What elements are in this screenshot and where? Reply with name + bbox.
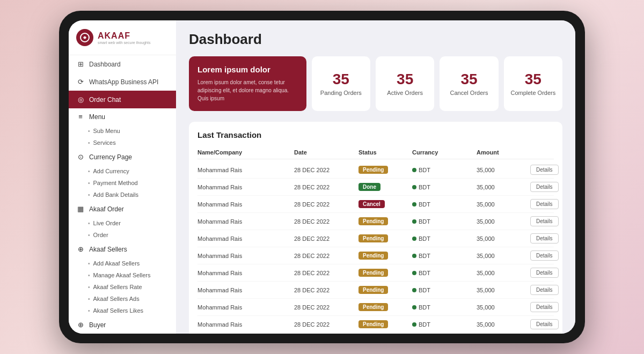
details-button[interactable]: Details xyxy=(530,319,559,329)
row-name: Mohammad Rais xyxy=(197,321,294,328)
col-currency: Currancy xyxy=(412,149,477,156)
details-button[interactable]: Details xyxy=(530,268,559,278)
row-date: 28 DEC 2022 xyxy=(294,321,358,328)
col-amount: Amount xyxy=(477,149,530,156)
row-currency: BDT xyxy=(412,201,477,208)
hero-card: Lorem ipsum dolor Lorem ipsum dolor amet… xyxy=(189,56,306,111)
sidebar-item-dashboard[interactable]: ⊞ Dashboard xyxy=(69,55,176,73)
section-label: Currency Page xyxy=(89,153,132,161)
row-amount: 35,000 xyxy=(477,167,530,173)
stat-label-complete: Complete Orders xyxy=(510,90,555,96)
row-currency: BDT xyxy=(412,270,477,276)
currency-dot xyxy=(412,288,416,292)
sidebar-sub-item-add-akaaf-sellers[interactable]: Add Akaaf Sellers xyxy=(69,257,176,269)
sidebar-section-akaaf-order[interactable]: ▦ Akaaf Order xyxy=(69,201,176,217)
sidebar-sub-item-sub-menu[interactable]: Sub Menu xyxy=(69,125,176,137)
sidebar-sub-item-manage-akaaf-sellers[interactable]: Manage Akaaf Sellers xyxy=(69,269,176,281)
order-chat-icon: ◎ xyxy=(76,95,85,104)
table-row: Mohammad Rais 28 DEC 2022 Pending BDT 35… xyxy=(197,213,554,230)
row-date: 28 DEC 2022 xyxy=(294,253,358,259)
row-name: Mohammad Rais xyxy=(197,287,294,293)
details-button[interactable]: Details xyxy=(530,302,559,312)
row-status: Pending xyxy=(358,234,412,242)
col-name: Name/Company xyxy=(197,149,294,156)
section-label: Menu xyxy=(89,113,105,121)
details-button[interactable]: Details xyxy=(530,233,559,244)
sidebar-sub-item-payment-method[interactable]: Payment Method xyxy=(69,177,176,189)
sidebar-sub-item-services[interactable]: Services xyxy=(69,137,176,149)
sidebar-sub-item-akaaf-sellers-rate[interactable]: Akaaf Sellers Rate xyxy=(69,281,176,293)
whatsapp-icon: ⟳ xyxy=(76,78,85,86)
stats-row: Lorem ipsum dolor Lorem ipsum dolor amet… xyxy=(189,56,562,111)
stat-number-cancel: 35 xyxy=(460,71,477,88)
currency-dot xyxy=(412,168,416,172)
section-label: Buyer xyxy=(89,321,106,329)
sidebar-item-label: Dashboard xyxy=(89,61,121,68)
row-currency: BDT xyxy=(412,167,477,173)
row-action: Details xyxy=(530,233,573,244)
main-content: Dashboard Lorem ipsum dolor Lorem ipsum … xyxy=(176,20,575,334)
sidebar-item-label: WhatsApp Business API xyxy=(89,78,158,86)
details-button[interactable]: Details xyxy=(530,216,559,226)
add-akaaf-sellers-label: Add Akaaf Sellers xyxy=(93,260,140,267)
add-currency-label: Add Currency xyxy=(93,168,129,174)
sidebar-sub-item-akaaf-sellers-ads[interactable]: Akaaf Sellers Ads xyxy=(69,293,176,305)
row-currency: BDT xyxy=(412,321,477,328)
table-row: Mohammad Rais 28 DEC 2022 Pending BDT 35… xyxy=(197,316,554,333)
currency-dot xyxy=(412,305,416,309)
logo-text-area: AKAAF smart web with secure thoughts xyxy=(98,31,150,45)
row-name: Mohammad Rais xyxy=(197,235,294,242)
sidebar: AKAAF smart web with secure thoughts ⊞ D… xyxy=(69,20,176,334)
table-row: Mohammad Rais 28 DEC 2022 Pending BDT 35… xyxy=(197,230,554,247)
details-button[interactable]: Details xyxy=(530,250,559,261)
row-status: Cancel xyxy=(358,200,412,208)
stat-number-complete: 35 xyxy=(525,71,541,88)
sidebar-sub-item-akaaf-sellers-likes[interactable]: Akaaf Sellers Likes xyxy=(69,305,176,316)
currency-dot xyxy=(412,254,416,258)
sub-menu-label: Sub Menu xyxy=(93,128,120,134)
stat-label-cancel: Cancel Orders xyxy=(450,90,488,96)
row-status: Pending xyxy=(358,320,412,328)
details-button[interactable]: Details xyxy=(530,182,559,192)
tablet-frame: AKAAF smart web with secure thoughts ⊞ D… xyxy=(59,11,585,343)
currency-dot xyxy=(412,271,416,275)
akaaf-sellers-likes-label: Akaaf Sellers Likes xyxy=(93,307,144,314)
row-amount: 35,000 xyxy=(477,218,530,225)
sidebar-sub-item-add-currency[interactable]: Add Currency xyxy=(69,165,176,177)
row-amount: 35,000 xyxy=(477,201,530,208)
sidebar-sub-item-manage-buyer[interactable]: Manage Buyer xyxy=(69,333,176,334)
table-header: Name/Company Date Status Currancy Amount xyxy=(197,146,554,159)
details-button[interactable]: Details xyxy=(530,199,559,209)
sidebar-item-order-chat[interactable]: ◎ Order Chat xyxy=(69,91,176,108)
page-title: Dashboard xyxy=(189,31,562,48)
stat-card-cancel: 35 Cancel Orders xyxy=(440,56,498,111)
row-currency: BDT xyxy=(412,253,477,259)
details-button[interactable]: Details xyxy=(530,285,559,295)
row-status: Pending xyxy=(358,252,412,260)
row-date: 28 DEC 2022 xyxy=(294,287,358,293)
logo-tagline: smart web with secure thoughts xyxy=(98,41,150,45)
col-action xyxy=(530,149,573,156)
sidebar-section-buyer[interactable]: ⊕ Buyer xyxy=(69,316,176,333)
sidebar-section-currency[interactable]: ⊙ Currency Page xyxy=(69,149,176,165)
table-row: Mohammad Rais 28 DEC 2022 Pending BDT 35… xyxy=(197,282,554,299)
row-status: Pending xyxy=(358,166,412,174)
row-name: Mohammad Rais xyxy=(197,167,294,173)
sidebar-sub-item-order[interactable]: Order xyxy=(69,229,176,241)
sidebar-sub-item-live-order[interactable]: Live Order xyxy=(69,217,176,229)
akaaf-order-icon: ▦ xyxy=(76,205,85,213)
stat-card-complete: 35 Complete Orders xyxy=(504,56,562,111)
row-date: 28 DEC 2022 xyxy=(294,235,358,242)
details-button[interactable]: Details xyxy=(530,165,559,175)
row-date: 28 DEC 2022 xyxy=(294,167,358,173)
sidebar-sub-item-add-bank[interactable]: Add Bank Details xyxy=(69,189,176,201)
table-row: Mohammad Rais 28 DEC 2022 Pending BDT 35… xyxy=(197,299,554,316)
sidebar-item-whatsapp[interactable]: ⟳ WhatsApp Business API xyxy=(69,73,176,91)
transaction-section: Last Transaction Name/Company Date Statu… xyxy=(189,122,562,334)
sidebar-section-menu[interactable]: ≡ Menu xyxy=(69,108,176,125)
stat-number-active: 35 xyxy=(397,71,413,88)
table-row: Mohammad Rais 28 DEC 2022 Pending BDT 35… xyxy=(197,247,554,264)
sidebar-section-akaaf-sellers[interactable]: ⊕ Akaaf Sellers xyxy=(69,241,176,257)
menu-icon: ≡ xyxy=(76,113,85,121)
row-date: 28 DEC 2022 xyxy=(294,270,358,276)
